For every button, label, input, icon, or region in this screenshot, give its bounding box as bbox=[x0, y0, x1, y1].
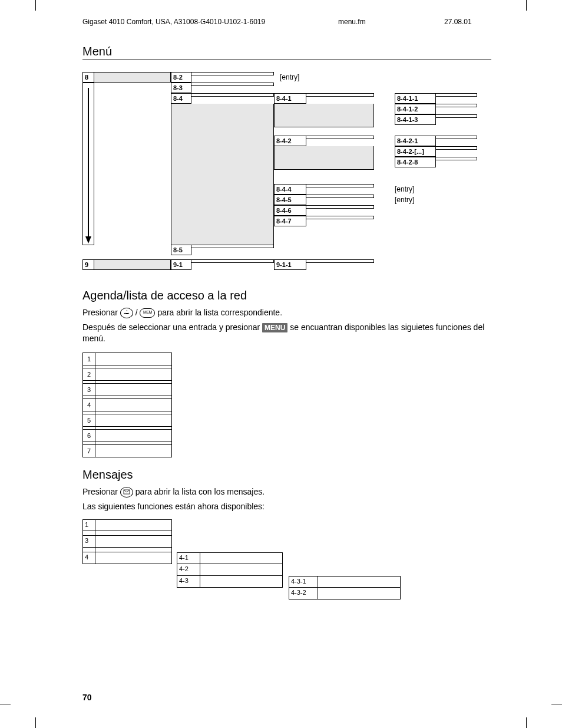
cell-8-4-4b bbox=[306, 184, 374, 187]
cell-8-4-4: 8-4-4 bbox=[274, 184, 306, 195]
m-4: 4 bbox=[82, 552, 95, 564]
cell-8-4-2b bbox=[306, 136, 374, 139]
cell-8-4-2: 8-4-2 bbox=[274, 136, 306, 146]
entry-8-4-4: [entry] bbox=[395, 185, 414, 193]
cell-8-3: 8-3 bbox=[171, 83, 191, 93]
page-header: Gigaset 4010 Comfort, USA, A31008-G4010-… bbox=[82, 18, 491, 28]
cell-8-4-1-2: 8-4-1-2 bbox=[395, 104, 436, 114]
cell-8: 8 bbox=[82, 72, 94, 83]
cell-8-4-6: 8-4-6 bbox=[274, 205, 306, 216]
body-cell bbox=[95, 383, 172, 396]
num-cell: 2 bbox=[82, 368, 95, 381]
cell-9: 9 bbox=[82, 259, 94, 270]
cell-8-4: 8-4 bbox=[171, 93, 191, 104]
cell-8-4-7b bbox=[306, 216, 374, 219]
cell-8-3b bbox=[191, 83, 274, 86]
m-1b bbox=[95, 519, 172, 531]
cell-8-4-2-db bbox=[436, 146, 477, 150]
envelope-icon bbox=[120, 487, 133, 498]
cell-8-4-2-d: 8-4-2-[...] bbox=[395, 146, 436, 157]
arrow-down-icon bbox=[82, 83, 94, 245]
m-4-1b bbox=[200, 552, 283, 564]
body-cell bbox=[95, 368, 172, 381]
m-4-3-2: 4-3-2 bbox=[289, 588, 318, 599]
m-1: 1 bbox=[82, 519, 95, 531]
text: Presionar bbox=[82, 487, 120, 496]
entry-8-2: [entry] bbox=[280, 73, 299, 81]
agenda-p2: Después de seleccionar una entrada y pre… bbox=[82, 322, 491, 344]
header-right: 27.08.01 bbox=[444, 18, 491, 26]
cell-8-4-5: 8-4-5 bbox=[274, 195, 306, 205]
cell-8-4-1: 8-4-1 bbox=[274, 93, 306, 104]
svg-marker-1 bbox=[85, 236, 91, 243]
m-4-3b bbox=[200, 576, 283, 588]
m-4-1: 4-1 bbox=[177, 552, 200, 564]
heading-mensajes: Mensajes bbox=[82, 468, 491, 482]
body-cell bbox=[95, 444, 172, 457]
svg-rect-5 bbox=[125, 313, 128, 314]
m-4-3-2b bbox=[318, 588, 401, 599]
m-4-2b bbox=[200, 564, 283, 576]
agenda-p1: Presionar ▵◂▸ / MEM para abrir la lista … bbox=[82, 307, 491, 318]
cell-8-4-2-1: 8-4-2-1 bbox=[395, 136, 436, 146]
header-mid: menu.fm bbox=[338, 18, 444, 26]
text: para abrir la lista correspondiente. bbox=[157, 308, 282, 317]
m-4b bbox=[95, 552, 172, 564]
gap bbox=[82, 531, 95, 536]
cell-8-4-1-3b bbox=[436, 114, 477, 118]
text: para abrir la lista con los mensajes. bbox=[135, 487, 265, 496]
text: / bbox=[135, 308, 140, 317]
mensajes-p1: Presionar para abrir la lista con los me… bbox=[82, 486, 491, 498]
page-title: Menú bbox=[82, 45, 491, 60]
svg-text:◂: ◂ bbox=[124, 311, 125, 315]
cell-8-2b bbox=[191, 72, 274, 75]
m-4-3-1b bbox=[318, 576, 401, 588]
cell-8-4-1-2b bbox=[436, 104, 477, 107]
cell-8-4-1-1: 8-4-1-1 bbox=[395, 93, 436, 104]
dpad-icon: ▵◂▸ bbox=[120, 308, 133, 318]
mensajes-tree: 1 3 4 4-1 4-2 4-3 4-3-1 4-3-2 bbox=[82, 519, 491, 608]
cell-8-4-1-1b bbox=[436, 93, 477, 97]
m-4-3-1: 4-3-1 bbox=[289, 576, 318, 588]
body-cell bbox=[95, 414, 172, 427]
cell-8-4-2-8b bbox=[436, 157, 477, 160]
svg-text:▸: ▸ bbox=[128, 311, 130, 315]
m-3b bbox=[95, 536, 172, 548]
cell-8-4-1b bbox=[306, 93, 374, 97]
cell-8-4-7: 8-4-7 bbox=[274, 216, 306, 226]
cell-8-4-2-1b bbox=[436, 136, 477, 139]
cell-8-4-2-8: 8-4-2-8 bbox=[395, 157, 436, 167]
m-4-2: 4-2 bbox=[177, 564, 200, 576]
cell-8-4-6b bbox=[306, 205, 374, 209]
entry-8-4-5: [entry] bbox=[395, 196, 414, 204]
cell-9-1-1: 9-1-1 bbox=[274, 259, 306, 270]
m-4-3: 4-3 bbox=[177, 576, 200, 588]
cell-8-5: 8-5 bbox=[171, 245, 191, 255]
cell-9-1: 9-1 bbox=[171, 259, 191, 270]
body-cell bbox=[95, 429, 172, 442]
body-cell bbox=[95, 398, 172, 411]
cell-8-4-1-3: 8-4-1-3 bbox=[395, 114, 436, 125]
mem-icon: MEM bbox=[140, 308, 155, 318]
num-cell: 6 bbox=[82, 429, 95, 442]
mensajes-p2: Las siguientes funciones están ahora dis… bbox=[82, 501, 491, 512]
gap bbox=[95, 548, 172, 552]
heading-agenda: Agenda/lista de acceso a la red bbox=[82, 289, 491, 302]
num-cell: 1 bbox=[82, 353, 95, 365]
agenda-table: 1 2 3 4 5 6 7 bbox=[82, 353, 491, 457]
cell-8-2: 8-2 bbox=[171, 72, 191, 83]
num-cell: 4 bbox=[82, 398, 95, 411]
gap bbox=[95, 531, 172, 536]
text: Después de seleccionar una entrada y pre… bbox=[82, 322, 262, 332]
menu-tree-top: 8 8-2 [entry] 8-3 8-4 8-4-1 8-4-1-1 bbox=[82, 72, 491, 278]
cell-8-4-5b bbox=[306, 195, 374, 198]
body-cell bbox=[95, 353, 172, 365]
gap bbox=[82, 548, 95, 552]
num-cell: 5 bbox=[82, 414, 95, 427]
page-number: 70 bbox=[82, 693, 92, 702]
cell-8-4b bbox=[191, 93, 274, 97]
m-3: 3 bbox=[82, 536, 95, 548]
cell-9-1b bbox=[191, 259, 274, 263]
num-cell: 7 bbox=[82, 444, 95, 457]
cell-9-1-1b bbox=[306, 259, 374, 263]
